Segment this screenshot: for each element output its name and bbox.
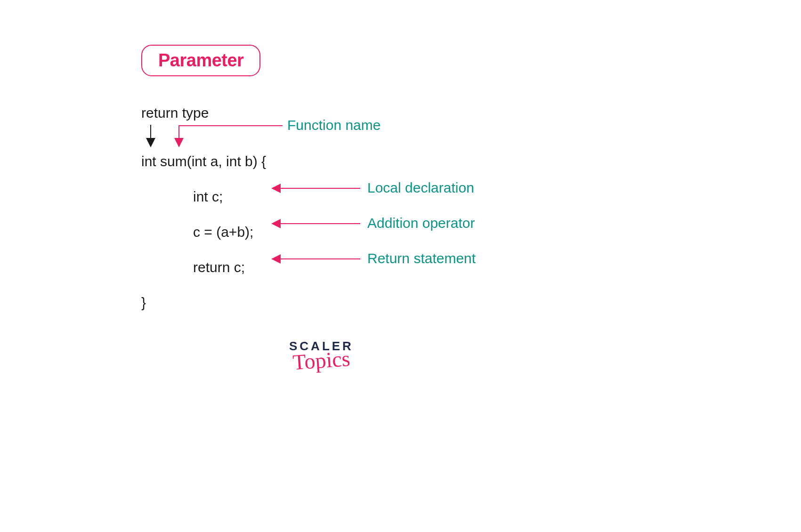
return-type-label: return type [141, 102, 659, 123]
function-signature: int sum(int a, int b) { [141, 151, 659, 172]
logo-topics-text: Topics [288, 346, 354, 375]
annotation-local-declaration: Local declaration [367, 180, 474, 196]
parameter-box: Parameter [141, 45, 260, 76]
annotation-return-statement: Return statement [367, 250, 476, 266]
code-close: } [141, 292, 659, 313]
code-area: return type int sum(int a, int b) { int … [141, 102, 659, 313]
parameter-label: Parameter [158, 50, 243, 70]
logo: SCALER Topics [289, 339, 354, 373]
annotation-addition-operator: Addition operator [367, 215, 475, 231]
diagram-container: Parameter return type int sum(int a, int… [141, 45, 659, 313]
annotation-function-name: Function name [287, 117, 380, 133]
